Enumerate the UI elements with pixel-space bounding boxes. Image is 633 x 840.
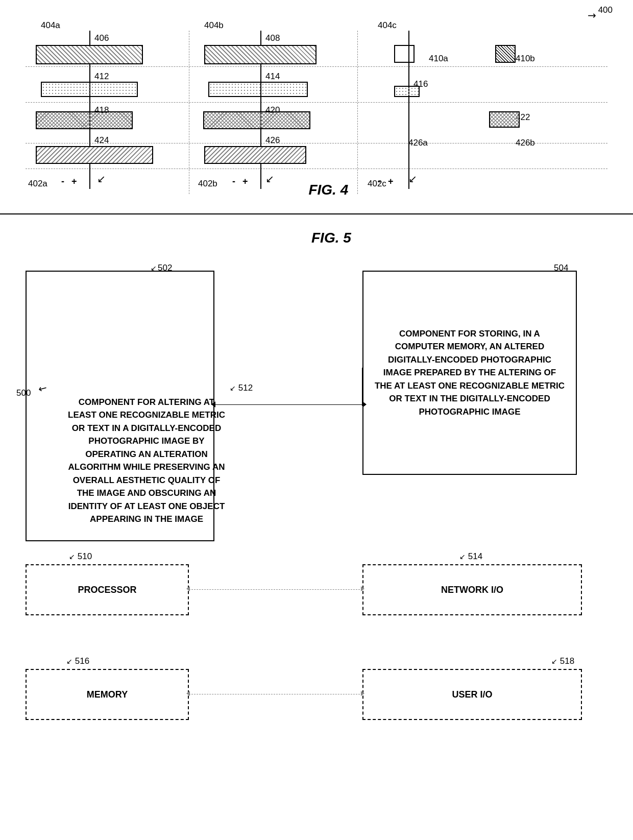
user-io-box: USER I/O (362, 669, 582, 720)
arrow-mem-left (186, 691, 190, 696)
pp-402a: + (71, 176, 77, 187)
block-418 (36, 111, 133, 129)
block-424 (36, 146, 153, 164)
user-io-text: USER I/O (363, 670, 581, 719)
ref-402b: 402b (198, 179, 217, 189)
ref-426: 426 (265, 135, 280, 146)
fig4-section: 400 ↗ 404a 406 412 418 424 402a ↗ - + (0, 0, 633, 214)
conn-proc-net (189, 589, 362, 590)
arrow-proc-right (361, 586, 364, 591)
ref-402c: 402c (368, 179, 386, 189)
ref-404a: 404a (41, 20, 60, 31)
ref-426b: 426b (516, 138, 535, 148)
ref-516: ↙ 516 (66, 656, 89, 666)
ref-514: ↙ 514 (459, 551, 482, 562)
fig5-section: 500 ↗ FIG. 5 ↙502 COMPONENT FOR ALTERING… (0, 220, 633, 840)
memory-box: MEMORY (26, 669, 189, 720)
arrow-402a: ↗ (97, 174, 106, 186)
h-dashed-4 (26, 169, 607, 169)
arrow-402c: ↗ (408, 174, 417, 186)
arrow-400: ↗ (585, 8, 599, 23)
ref-410b: 410b (516, 54, 535, 64)
ref-404b: 404b (204, 20, 224, 31)
arrow-right-tip (362, 401, 367, 407)
network-io-box: NETWORK I/O (362, 564, 582, 615)
box-504-text: COMPONENT FOR STORING, IN A COMPUTER MEM… (363, 272, 576, 474)
arrow-proc-left (186, 586, 190, 591)
fig5-label: FIG. 5 (311, 230, 351, 246)
ref-410a: 410a (429, 54, 448, 64)
ref-408: 408 (265, 33, 280, 43)
block-420 (203, 111, 310, 129)
block-414 (208, 82, 308, 97)
ref-414: 414 (265, 71, 280, 82)
block-426 (204, 146, 306, 164)
box-502: COMPONENT FOR ALTERING AT LEAST ONE RECO… (26, 271, 214, 541)
ref-402a: 402a (28, 179, 47, 189)
ref-400: 400 (598, 5, 613, 15)
v-sep-2 (357, 31, 358, 194)
fig4-label: FIG. 4 (308, 182, 348, 198)
ref-510: ↙ 510 (69, 551, 92, 562)
pp-402c: + (388, 176, 394, 187)
box-504: COMPONENT FOR STORING, IN A COMPUTER MEM… (362, 271, 577, 475)
ref-426a: 426a (408, 138, 428, 148)
ref-406: 406 (94, 33, 109, 43)
connector-h (214, 404, 362, 405)
network-io-text: NETWORK I/O (363, 565, 581, 614)
ref-512: ↙ 512 (230, 383, 253, 393)
pm-402c: - (378, 176, 381, 187)
block-408 (204, 45, 316, 64)
pm-402a: - (61, 176, 64, 187)
h-dashed-2 (26, 102, 607, 103)
block-410a (394, 45, 415, 63)
ref-404c: 404c (378, 20, 397, 31)
h-dashed-1 (26, 66, 607, 67)
pm-402b: - (232, 176, 235, 187)
ref-412: 412 (94, 71, 109, 82)
arrow-left-tip (211, 401, 215, 407)
processor-text: PROCESSOR (27, 565, 188, 614)
connector-v (362, 368, 362, 406)
block-410b (495, 45, 516, 63)
arrow-402b: ↗ (265, 174, 274, 186)
conn-mem-user (189, 694, 362, 694)
arrow-mem-right (361, 691, 364, 696)
page-container: 400 ↗ 404a 406 412 418 424 402a ↗ - + (0, 0, 633, 840)
block-406 (36, 45, 143, 64)
pp-402b: + (242, 176, 248, 187)
block-412 (41, 82, 138, 97)
v-sep-1 (189, 31, 189, 194)
block-422 (489, 111, 520, 128)
processor-box: PROCESSOR (26, 564, 189, 615)
ref-518: ↙ 518 (551, 656, 574, 666)
block-416 (394, 86, 420, 97)
ref-424: 424 (94, 135, 109, 146)
memory-text: MEMORY (27, 670, 188, 719)
